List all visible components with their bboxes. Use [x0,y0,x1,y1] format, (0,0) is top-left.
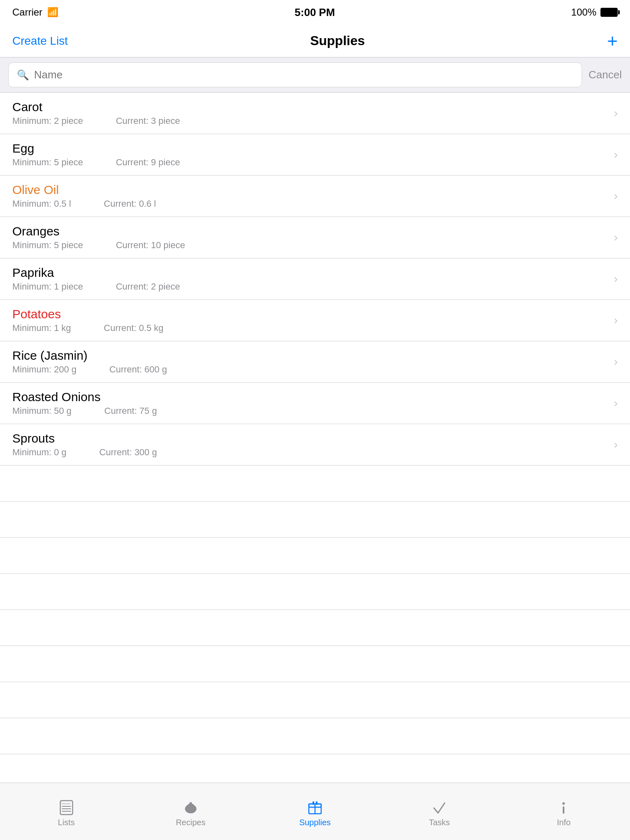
svg-text:Groceries: Groceries [62,802,71,805]
chevron-icon: › [614,272,618,285]
create-list-button[interactable]: Create List [12,34,68,48]
search-input[interactable] [34,68,573,81]
item-details: Minimum: 0 g Current: 300 g [12,447,614,458]
list-container: Carot Minimum: 2 piece Current: 3 piece … [0,93,630,789]
list-item-content: Carot Minimum: 2 piece Current: 3 piece [12,100,614,126]
empty-row [0,610,630,646]
chevron-icon: › [614,148,618,161]
supplies-icon [307,800,323,815]
list-item[interactable]: Paprika Minimum: 1 piece Current: 2 piec… [0,258,630,300]
search-bar-container: 🔍 Cancel [0,57,630,93]
item-minimum: Minimum: 1 kg [12,323,71,333]
status-bar: Carrier 📶 5:00 PM 100% [0,0,630,25]
item-current: Current: 600 g [110,364,167,375]
wifi-icon: 📶 [47,7,58,18]
svg-rect-14 [563,806,564,814]
carrier-label: Carrier [12,7,42,18]
empty-row [0,574,630,610]
page-title: Supplies [310,33,365,48]
item-current: Current: 9 piece [116,157,180,168]
nav-bar: Create List Supplies + [0,25,630,57]
item-current: Current: 75 g [104,406,157,416]
item-details: Minimum: 0.5 l Current: 0.6 l [12,199,614,209]
list-item[interactable]: Rice (Jasmin) Minimum: 200 g Current: 60… [0,341,630,383]
list-item[interactable]: Carot Minimum: 2 piece Current: 3 piece … [0,93,630,134]
svg-point-13 [562,802,565,805]
svg-rect-11 [313,801,314,805]
svg-rect-7 [189,802,192,805]
list-item-content: Potatoes Minimum: 1 kg Current: 0.5 kg [12,307,614,333]
chevron-icon: › [614,397,618,410]
item-current: Current: 3 piece [116,116,180,126]
empty-row [0,538,630,574]
add-button[interactable]: + [607,32,618,50]
item-current: Current: 0.5 kg [104,323,164,333]
item-minimum: Minimum: 5 piece [12,240,83,251]
item-name: Egg [12,142,614,155]
chevron-icon: › [614,189,618,203]
item-details: Minimum: 200 g Current: 600 g [12,364,614,375]
tab-recipes[interactable]: Recipes [128,796,253,827]
battery-icon [600,8,618,17]
item-details: Minimum: 5 piece Current: 10 piece [12,240,614,251]
item-minimum: Minimum: 0.5 l [12,199,71,209]
tasks-icon [431,800,447,815]
chevron-icon: › [614,438,618,451]
item-minimum: Minimum: 5 piece [12,157,83,168]
info-icon [556,800,571,815]
list-item-content: Roasted Onions Minimum: 50 g Current: 75… [12,390,614,416]
item-name: Potatoes [12,307,614,321]
tab-supplies-label: Supplies [299,818,331,827]
chevron-icon: › [614,314,618,327]
cancel-button[interactable]: Cancel [589,68,622,81]
recipes-icon [183,800,199,815]
tab-bar: Groceries Lists Recipes Supplies Tasks [0,783,630,840]
status-right: 100% [571,7,618,18]
item-minimum: Minimum: 50 g [12,406,71,416]
list-item[interactable]: Potatoes Minimum: 1 kg Current: 0.5 kg › [0,300,630,341]
item-minimum: Minimum: 0 g [12,447,66,458]
list-item[interactable]: Oranges Minimum: 5 piece Current: 10 pie… [0,217,630,258]
lists-icon: Groceries [59,800,74,815]
list-item[interactable]: Egg Minimum: 5 piece Current: 9 piece › [0,134,630,176]
status-left: Carrier 📶 [12,7,58,18]
item-minimum: Minimum: 2 piece [12,116,83,126]
item-details: Minimum: 2 piece Current: 3 piece [12,116,614,126]
tab-lists[interactable]: Groceries Lists [4,796,128,827]
item-name: Carot [12,100,614,114]
empty-row [0,502,630,538]
list-item[interactable]: Sprouts Minimum: 0 g Current: 300 g › [0,424,630,466]
item-current: Current: 10 piece [116,240,185,251]
list-item[interactable]: Roasted Onions Minimum: 50 g Current: 75… [0,383,630,424]
empty-row [0,718,630,754]
tab-lists-label: Lists [58,818,75,827]
tab-info[interactable]: Info [502,796,626,827]
tab-supplies[interactable]: Supplies [253,796,377,827]
tab-recipes-label: Recipes [176,818,205,827]
list-item[interactable]: Olive Oil Minimum: 0.5 l Current: 0.6 l … [0,176,630,217]
battery-percent: 100% [571,7,596,18]
item-current: Current: 0.6 l [104,199,156,209]
list-item-content: Egg Minimum: 5 piece Current: 9 piece [12,142,614,168]
item-current: Current: 300 g [99,447,157,458]
status-time: 5:00 PM [294,6,335,19]
list-item-content: Rice (Jasmin) Minimum: 200 g Current: 60… [12,349,614,375]
item-minimum: Minimum: 1 piece [12,281,83,292]
item-current: Current: 2 piece [116,281,180,292]
list-item-content: Oranges Minimum: 5 piece Current: 10 pie… [12,224,614,251]
list-item-content: Paprika Minimum: 1 piece Current: 2 piec… [12,266,614,292]
empty-row [0,646,630,682]
item-details: Minimum: 1 kg Current: 0.5 kg [12,323,614,333]
svg-rect-12 [316,801,317,805]
item-name: Rice (Jasmin) [12,349,614,363]
list-item-content: Sprouts Minimum: 0 g Current: 300 g [12,431,614,458]
chevron-icon: › [614,107,618,120]
item-name: Sprouts [12,431,614,445]
empty-row [0,682,630,718]
item-details: Minimum: 5 piece Current: 9 piece [12,157,614,168]
tab-tasks[interactable]: Tasks [377,796,502,827]
tab-tasks-label: Tasks [429,818,450,827]
item-details: Minimum: 50 g Current: 75 g [12,406,614,416]
item-name: Roasted Onions [12,390,614,404]
item-name: Olive Oil [12,183,614,197]
